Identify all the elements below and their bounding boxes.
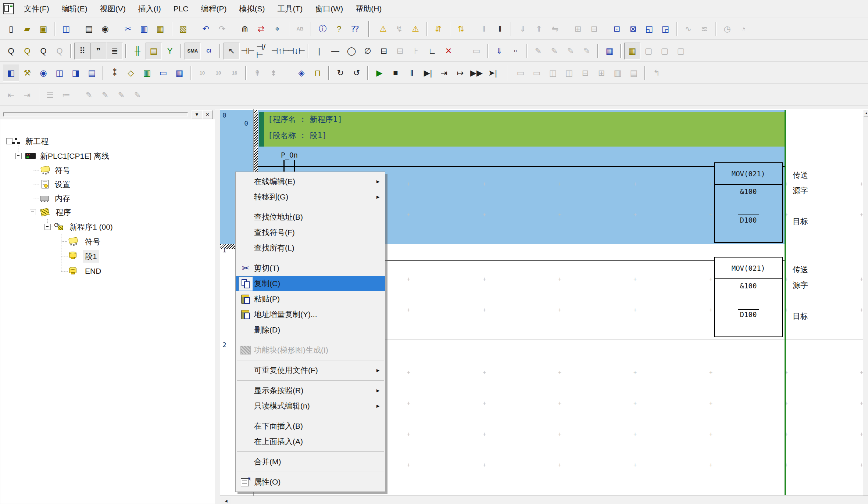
compile-report-button[interactable]: ⚠ bbox=[407, 21, 424, 37]
stack-download-button[interactable]: ⇓ bbox=[491, 43, 507, 60]
redo-button[interactable]: ↷ bbox=[214, 21, 230, 37]
context-item-merge[interactable]: 合并(M) bbox=[236, 454, 385, 469]
pause-button[interactable]: ‖ bbox=[492, 21, 508, 37]
new-contact-up-button[interactable]: ⊣↑⊢ bbox=[272, 43, 288, 60]
pen-b-button[interactable]: ✎ bbox=[97, 87, 113, 104]
registers-button[interactable]: ⊟ bbox=[586, 21, 602, 37]
compile-all-button[interactable]: ↯ bbox=[391, 21, 407, 37]
decimal-10a-button[interactable]: 10 bbox=[194, 65, 210, 82]
context-item-insert-above[interactable]: 在上面插入(A) bbox=[236, 434, 385, 449]
net-h-button[interactable]: ▤ bbox=[626, 65, 642, 82]
hex-16-button[interactable]: 16 bbox=[226, 65, 243, 82]
expand-toggle-plc-device[interactable] bbox=[15, 153, 22, 159]
step-in-button[interactable]: ⇥ bbox=[436, 65, 452, 82]
horizontal-scrollbar[interactable]: ◄ bbox=[220, 496, 868, 504]
pause-sim-button[interactable]: ‖ bbox=[404, 65, 420, 82]
menu-plc[interactable]: PLC bbox=[167, 2, 195, 15]
ladder-view-button[interactable]: ▦ bbox=[624, 43, 640, 60]
save-project-button[interactable]: ▣ bbox=[35, 21, 51, 37]
pen-c-button[interactable]: ✎ bbox=[113, 87, 129, 104]
show-rung-annotations-button[interactable]: ≣ bbox=[107, 43, 123, 60]
cross-window-button[interactable]: ◫ bbox=[51, 65, 68, 82]
io-comment-window-button[interactable]: ▦ bbox=[171, 65, 187, 82]
upload-button[interactable]: ⇑ bbox=[531, 21, 547, 37]
force-on-button[interactable]: ↻ bbox=[332, 65, 349, 82]
tree-item-programs[interactable]: 程序 bbox=[56, 207, 71, 217]
io-table-button[interactable]: ⊞ bbox=[570, 21, 586, 37]
context-item-function-block-generate[interactable]: 功能块(梯形图)生成(I) bbox=[236, 342, 385, 358]
print-button[interactable]: ▤ bbox=[81, 21, 97, 37]
win-a-button[interactable]: ▢ bbox=[640, 43, 657, 60]
new-file-button[interactable]: ▯ bbox=[3, 21, 19, 37]
context-item-properties[interactable]: 属性(O) bbox=[236, 474, 385, 490]
context-item-find-all[interactable]: 查找所有(L) bbox=[236, 240, 385, 256]
stop-button[interactable]: ■ bbox=[387, 65, 404, 82]
mov-instruction-box-0[interactable]: MOV(021) &100 D100 bbox=[714, 162, 783, 243]
scan-run-button[interactable]: ➤| bbox=[485, 65, 501, 82]
indent-increase-button[interactable]: ⇥ bbox=[19, 87, 35, 104]
context-item-find-symbol[interactable]: 查找符号(F) bbox=[236, 225, 385, 240]
ladder-wrap-button[interactable]: ╫ bbox=[129, 43, 146, 60]
cycle-time-button[interactable]: ◷ bbox=[719, 21, 735, 37]
context-item-reusable-file[interactable]: 可重复使用文件(F)► bbox=[236, 363, 385, 378]
context-item-paste[interactable]: 粘贴(P) bbox=[236, 291, 385, 307]
line-delete-button[interactable]: ✕ bbox=[440, 43, 457, 60]
monitor-up-button[interactable]: ⇞ bbox=[249, 65, 265, 82]
net-a-button[interactable]: ▭ bbox=[512, 65, 529, 82]
monitor-window-1-button[interactable]: ⊠ bbox=[625, 21, 641, 37]
menu-tools[interactable]: 工具(T) bbox=[271, 1, 309, 16]
net-g-button[interactable]: ▥ bbox=[610, 65, 626, 82]
mov-destination-operand[interactable]: D100 bbox=[738, 215, 759, 224]
mov-source-operand[interactable]: &100 bbox=[715, 282, 782, 290]
compile-program-button[interactable]: ⚠ bbox=[375, 21, 391, 37]
show-comments-button[interactable]: ❞ bbox=[90, 43, 107, 60]
zoom-custom-button[interactable]: Q bbox=[19, 43, 35, 60]
net-f-button[interactable]: ⊞ bbox=[593, 65, 610, 82]
expand-toggle-program1[interactable] bbox=[44, 224, 51, 230]
new-contact-not-button[interactable]: ⊣/⊢ bbox=[256, 43, 272, 60]
watch-window-2-button[interactable]: ◉ bbox=[35, 65, 51, 82]
context-item-show-bar-by[interactable]: 显示条按照(R)► bbox=[236, 383, 385, 398]
line-connect-button[interactable]: ∟ bbox=[424, 43, 440, 60]
run-button[interactable]: ▶ bbox=[371, 65, 387, 82]
dialog-window-button[interactable]: ▭ bbox=[155, 65, 171, 82]
context-item-go-to[interactable]: 转移到(G)► bbox=[236, 189, 385, 205]
force-off-button[interactable]: ↺ bbox=[349, 65, 365, 82]
indent-decrease-button[interactable]: ⇤ bbox=[3, 87, 19, 104]
output-window-button[interactable]: ⚒ bbox=[19, 65, 35, 82]
compile-check-button[interactable]: ◫ bbox=[58, 21, 74, 37]
address-increment-paste-button[interactable]: ▧ bbox=[175, 21, 191, 37]
zoom-fit-button[interactable]: Q bbox=[51, 43, 68, 60]
profile-button[interactable]: ◔ bbox=[735, 21, 751, 37]
dock-grip[interactable] bbox=[3, 112, 188, 116]
continuous-run-button[interactable]: ▶▶ bbox=[468, 65, 485, 82]
context-item-copy[interactable]: 复制(C) bbox=[236, 276, 385, 291]
edit-a-button[interactable]: ✎ bbox=[530, 43, 546, 60]
panel-close-button[interactable]: ✕ bbox=[202, 110, 213, 119]
zoom-out-button[interactable]: Q bbox=[35, 43, 51, 60]
menu-insert[interactable]: 插入(I) bbox=[132, 1, 167, 16]
net-e-button[interactable]: ⊟ bbox=[577, 65, 593, 82]
menu-file[interactable]: 文件(F) bbox=[18, 1, 56, 16]
replace-button[interactable]: ⇄ bbox=[253, 21, 269, 37]
tree-item-plc-memory[interactable]: 内存 bbox=[55, 193, 70, 204]
find-button[interactable]: ⋒ bbox=[237, 21, 253, 37]
vertical-scrollbar[interactable]: ▲ bbox=[863, 110, 868, 496]
print-preview-button[interactable]: ◉ bbox=[97, 21, 113, 37]
new-contact-down-button[interactable]: ⊣↓⊢ bbox=[288, 43, 304, 60]
expand-toggle-programs[interactable] bbox=[30, 209, 36, 215]
fb-invoke-button[interactable]: ⊦ bbox=[408, 43, 424, 60]
about-button[interactable]: ⓘ bbox=[315, 21, 331, 37]
menu-help[interactable]: 帮助(H) bbox=[349, 1, 388, 16]
new-instruction-2-button[interactable]: ⊟ bbox=[392, 43, 408, 60]
window-gray-button[interactable]: ▭ bbox=[468, 43, 485, 60]
new-contact-button[interactable]: ⊣⊢ bbox=[240, 43, 256, 60]
context-item-find-bit-address[interactable]: 查找位地址(B) bbox=[236, 209, 385, 225]
net-b-button[interactable]: ▭ bbox=[529, 65, 545, 82]
new-coil-button[interactable]: ◯ bbox=[343, 43, 360, 60]
edit-b-button[interactable]: ✎ bbox=[546, 43, 562, 60]
section-list-button[interactable]: ▤ bbox=[146, 43, 162, 60]
decimal-10b-button[interactable]: 10 bbox=[210, 65, 226, 82]
monitor-window-3-button[interactable]: ◲ bbox=[657, 21, 674, 37]
verify-button[interactable]: ⇋ bbox=[547, 21, 563, 37]
